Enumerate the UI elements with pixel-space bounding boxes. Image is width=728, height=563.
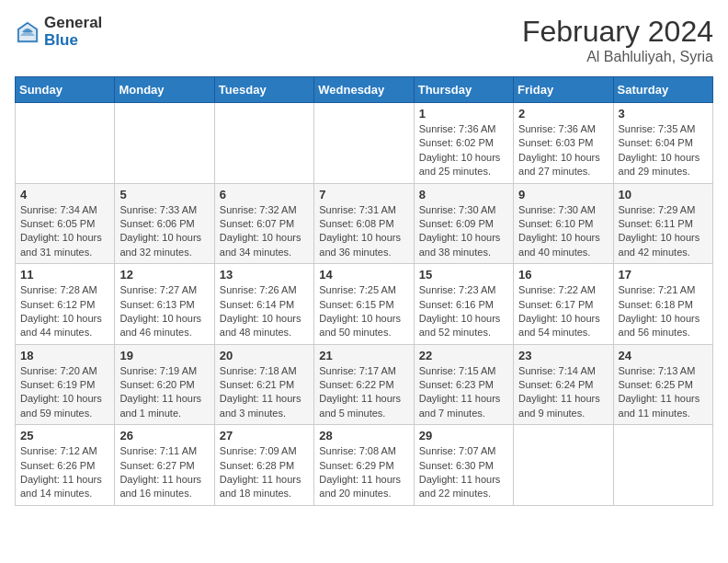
sunrise-time: Sunrise: 7:28 AM — [20, 283, 109, 297]
calendar-cell: 17Sunrise: 7:21 AMSunset: 6:18 PMDayligh… — [613, 264, 712, 345]
sunrise-time: Sunrise: 7:29 AM — [619, 203, 708, 217]
calendar-week-5: 25Sunrise: 7:12 AMSunset: 6:26 PMDayligh… — [16, 425, 713, 506]
day-number: 12 — [119, 268, 209, 282]
daylight-hours: Daylight: 11 hours and 16 minutes. — [119, 474, 201, 499]
sunrise-time: Sunrise: 7:34 AM — [20, 203, 109, 217]
calendar-cell — [314, 103, 414, 184]
daylight-hours: Daylight: 10 hours and 44 minutes. — [20, 313, 102, 338]
sunrise-time: Sunrise: 7:20 AM — [20, 364, 109, 378]
day-number: 17 — [619, 268, 708, 282]
sunrise-time: Sunrise: 7:09 AM — [220, 444, 309, 458]
title-block: February 2024 Al Bahluliyah, Syria — [522, 15, 713, 65]
day-number: 19 — [119, 349, 209, 362]
day-info: Sunrise: 7:26 AMSunset: 6:14 PMDaylight:… — [220, 283, 309, 340]
calendar-cell: 22Sunrise: 7:15 AMSunset: 6:23 PMDayligh… — [414, 344, 513, 425]
daylight-hours: Daylight: 10 hours and 50 minutes. — [319, 313, 401, 338]
sunset-time: Sunset: 6:24 PM — [518, 378, 608, 392]
calendar-cell: 13Sunrise: 7:26 AMSunset: 6:14 PMDayligh… — [214, 264, 313, 345]
sunrise-time: Sunrise: 7:08 AM — [319, 444, 408, 458]
day-info: Sunrise: 7:33 AMSunset: 6:06 PMDaylight:… — [119, 203, 209, 260]
sunset-time: Sunset: 6:06 PM — [119, 217, 209, 231]
day-info: Sunrise: 7:30 AMSunset: 6:10 PMDaylight:… — [518, 203, 608, 260]
day-number: 8 — [419, 188, 508, 201]
calendar-cell: 21Sunrise: 7:17 AMSunset: 6:22 PMDayligh… — [314, 344, 414, 425]
calendar-cell: 27Sunrise: 7:09 AMSunset: 6:28 PMDayligh… — [214, 425, 313, 506]
daylight-hours: Daylight: 10 hours and 40 minutes. — [518, 232, 600, 257]
calendar-cell — [214, 103, 313, 184]
day-info: Sunrise: 7:17 AMSunset: 6:22 PMDaylight:… — [319, 364, 408, 421]
calendar-cell: 15Sunrise: 7:23 AMSunset: 6:16 PMDayligh… — [414, 264, 513, 345]
day-info: Sunrise: 7:07 AMSunset: 6:30 PMDaylight:… — [419, 444, 508, 501]
calendar-cell: 26Sunrise: 7:11 AMSunset: 6:27 PMDayligh… — [115, 425, 214, 506]
sunrise-time: Sunrise: 7:23 AM — [419, 283, 508, 297]
day-number: 28 — [319, 429, 408, 442]
daylight-hours: Daylight: 11 hours and 18 minutes. — [220, 474, 301, 499]
sunset-time: Sunset: 6:14 PM — [220, 298, 309, 312]
sunrise-time: Sunrise: 7:35 AM — [619, 122, 708, 136]
logo-text: General Blue — [44, 15, 102, 49]
calendar-week-1: 1Sunrise: 7:36 AMSunset: 6:02 PMDaylight… — [16, 103, 713, 184]
daylight-hours: Daylight: 10 hours and 59 minutes. — [20, 393, 102, 418]
calendar-cell: 20Sunrise: 7:18 AMSunset: 6:21 PMDayligh… — [214, 344, 313, 425]
calendar-cell: 16Sunrise: 7:22 AMSunset: 6:17 PMDayligh… — [514, 264, 613, 345]
calendar-cell: 2Sunrise: 7:36 AMSunset: 6:03 PMDaylight… — [514, 103, 613, 184]
day-info: Sunrise: 7:35 AMSunset: 6:04 PMDaylight:… — [619, 122, 708, 179]
sunset-time: Sunset: 6:05 PM — [20, 217, 109, 231]
calendar-cell: 24Sunrise: 7:13 AMSunset: 6:25 PMDayligh… — [613, 344, 712, 425]
daylight-hours: Daylight: 10 hours and 31 minutes. — [20, 232, 102, 257]
sunrise-time: Sunrise: 7:18 AM — [220, 364, 309, 378]
day-number: 7 — [319, 188, 408, 201]
weekday-header-tuesday: Tuesday — [214, 77, 313, 103]
sunrise-time: Sunrise: 7:31 AM — [319, 203, 408, 217]
day-number: 6 — [220, 188, 309, 201]
weekday-header-monday: Monday — [115, 77, 214, 103]
sunrise-time: Sunrise: 7:36 AM — [419, 122, 508, 136]
sunset-time: Sunset: 6:18 PM — [619, 298, 708, 312]
sunset-time: Sunset: 6:16 PM — [419, 298, 508, 312]
sunrise-time: Sunrise: 7:21 AM — [619, 283, 708, 297]
day-info: Sunrise: 7:08 AMSunset: 6:29 PMDaylight:… — [319, 444, 408, 501]
day-info: Sunrise: 7:19 AMSunset: 6:20 PMDaylight:… — [119, 364, 209, 421]
sunrise-time: Sunrise: 7:26 AM — [220, 283, 309, 297]
sunset-time: Sunset: 6:07 PM — [220, 217, 309, 231]
sunset-time: Sunset: 6:12 PM — [20, 298, 109, 312]
day-info: Sunrise: 7:21 AMSunset: 6:18 PMDaylight:… — [619, 283, 708, 340]
calendar-cell: 25Sunrise: 7:12 AMSunset: 6:26 PMDayligh… — [16, 425, 115, 506]
day-number: 9 — [518, 188, 608, 201]
day-number: 18 — [20, 349, 109, 362]
sunset-time: Sunset: 6:03 PM — [518, 136, 608, 150]
sunrise-time: Sunrise: 7:32 AM — [220, 203, 309, 217]
calendar-week-2: 4Sunrise: 7:34 AMSunset: 6:05 PMDaylight… — [16, 183, 713, 264]
calendar-cell: 9Sunrise: 7:30 AMSunset: 6:10 PMDaylight… — [514, 183, 613, 264]
daylight-hours: Daylight: 10 hours and 48 minutes. — [220, 313, 301, 338]
daylight-hours: Daylight: 10 hours and 46 minutes. — [119, 313, 201, 338]
day-info: Sunrise: 7:30 AMSunset: 6:09 PMDaylight:… — [419, 203, 508, 260]
day-number: 26 — [119, 429, 209, 442]
day-info: Sunrise: 7:25 AMSunset: 6:15 PMDaylight:… — [319, 283, 408, 340]
sunrise-time: Sunrise: 7:12 AM — [20, 444, 109, 458]
daylight-hours: Daylight: 11 hours and 5 minutes. — [319, 393, 401, 418]
day-number: 4 — [20, 188, 109, 201]
sunset-time: Sunset: 6:09 PM — [419, 217, 508, 231]
daylight-hours: Daylight: 11 hours and 20 minutes. — [319, 474, 401, 499]
sunset-time: Sunset: 6:15 PM — [319, 298, 408, 312]
day-number: 10 — [619, 188, 708, 201]
day-info: Sunrise: 7:22 AMSunset: 6:17 PMDaylight:… — [518, 283, 608, 340]
daylight-hours: Daylight: 11 hours and 11 minutes. — [619, 393, 700, 418]
daylight-hours: Daylight: 10 hours and 34 minutes. — [220, 232, 301, 257]
sunrise-time: Sunrise: 7:15 AM — [419, 364, 508, 378]
sunset-time: Sunset: 6:26 PM — [20, 459, 109, 473]
sunrise-time: Sunrise: 7:33 AM — [119, 203, 209, 217]
daylight-hours: Daylight: 11 hours and 22 minutes. — [419, 474, 501, 499]
sunset-time: Sunset: 6:25 PM — [619, 378, 708, 392]
daylight-hours: Daylight: 10 hours and 56 minutes. — [619, 313, 700, 338]
day-info: Sunrise: 7:27 AMSunset: 6:13 PMDaylight:… — [119, 283, 209, 340]
sunset-time: Sunset: 6:17 PM — [518, 298, 608, 312]
calendar-cell: 11Sunrise: 7:28 AMSunset: 6:12 PMDayligh… — [16, 264, 115, 345]
daylight-hours: Daylight: 11 hours and 9 minutes. — [518, 393, 600, 418]
main-title: February 2024 — [522, 15, 713, 49]
daylight-hours: Daylight: 10 hours and 38 minutes. — [419, 232, 501, 257]
sunset-time: Sunset: 6:21 PM — [220, 378, 309, 392]
sunset-time: Sunset: 6:04 PM — [619, 136, 708, 150]
weekday-header-thursday: Thursday — [414, 77, 513, 103]
